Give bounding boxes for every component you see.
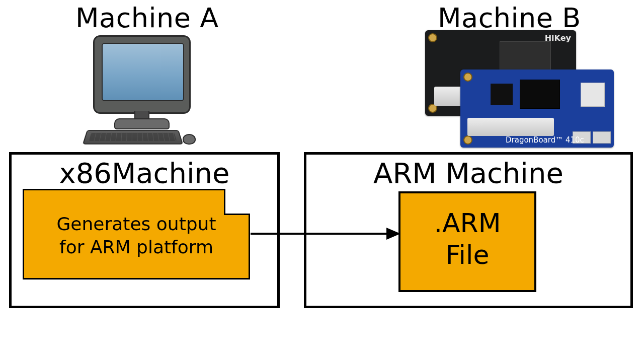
arm-machine-title: ARM Machine [306, 157, 630, 189]
arm-file-icon: .ARM File [398, 191, 536, 292]
desktop-computer-icon [83, 35, 199, 144]
file-line1: .ARM [434, 208, 501, 238]
note-text: Generates output for ARM platform [24, 213, 249, 259]
dragonboard-label: DragonBoard™ 410c [506, 135, 584, 145]
file-line2: File [445, 240, 489, 270]
arm-file-text: .ARM File [400, 207, 534, 271]
diagram-canvas: Machine A Machine B HiKey DragonBoard™ 4… [0, 0, 644, 349]
dragonboard-icon: DragonBoard™ 410c [460, 69, 614, 148]
arm-boards-icon: HiKey DragonBoard™ 410c [425, 30, 616, 149]
note-line2: for ARM platform [59, 237, 213, 257]
generates-output-note: Generates output for ARM platform [23, 189, 250, 280]
title-machine-b: Machine B [438, 2, 581, 34]
keyboard-icon [83, 130, 183, 145]
monitor-icon [93, 35, 191, 114]
x86-machine-title: x86Machine [12, 157, 277, 189]
monitor-screen [102, 43, 184, 101]
hikey-label: HiKey [545, 33, 571, 43]
note-fold-icon [224, 189, 250, 215]
note-line1: Generates output [56, 214, 216, 234]
monitor-base [114, 118, 170, 129]
title-machine-a: Machine A [75, 2, 219, 34]
mouse-icon [183, 134, 196, 145]
